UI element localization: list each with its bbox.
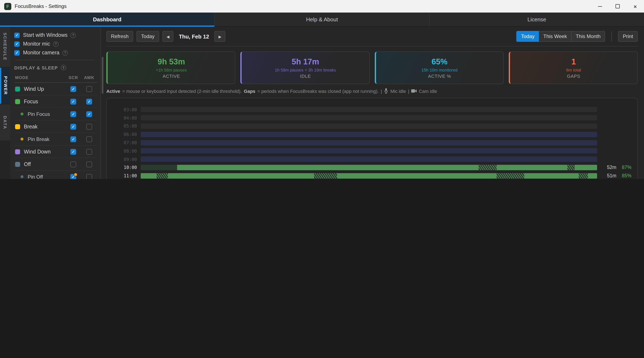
tab-license[interactable]: License xyxy=(429,12,644,26)
card-label: GAPS xyxy=(567,73,580,78)
info-line: Active = mouse or keyboard input detecte… xyxy=(106,88,638,94)
hour-label: 05:00 xyxy=(112,124,137,129)
card-value: 9h 53m xyxy=(158,57,185,66)
range-today-button[interactable]: Today xyxy=(516,31,539,42)
card-subtext: 1h 58m pauses + 3h 19m breaks xyxy=(275,68,336,72)
wind-up-scr-checkbox[interactable] xyxy=(70,86,76,92)
pin-off-awk-checkbox[interactable] xyxy=(86,174,92,179)
close-button[interactable] xyxy=(626,0,644,12)
mode-label: Pin Break xyxy=(28,136,65,142)
stat-cards: 9h 53m+1h 58m pausesACTIVE5h 17m1h 58m p… xyxy=(106,51,638,84)
hour-track xyxy=(141,140,597,145)
toggle-row-monitor-mic: Monitor mic xyxy=(14,41,100,47)
app-window: F FocusBreaks - Settings Dashboard Help … xyxy=(0,0,644,179)
wind-down-color-swatch xyxy=(15,149,20,154)
scr-cell xyxy=(65,174,81,179)
timeline-row-06-00: 06:00 xyxy=(112,130,632,139)
timeline-row-03-00: 03:00 xyxy=(112,105,632,114)
wind-up-awk-checkbox[interactable] xyxy=(86,86,92,92)
stat-card-active-: 65%15h 10m monitoredACTIVE % xyxy=(374,51,504,84)
focus-awk-checkbox[interactable] xyxy=(86,99,92,104)
segment-short-idle xyxy=(496,173,524,179)
timeline-row-09-00: 09:00 xyxy=(112,155,632,164)
card-value: 5h 17m xyxy=(292,57,319,66)
hour-label: 11:00 xyxy=(112,173,137,178)
minimize-button[interactable] xyxy=(591,0,609,12)
toggle-label: Monitor camera xyxy=(23,50,60,56)
tab-dashboard[interactable]: Dashboard xyxy=(0,12,214,26)
side-rail: SCHEDULEPOWERDATA xyxy=(0,27,10,179)
mode-row-focus: Focus xyxy=(14,95,97,108)
range-this-week-button[interactable]: This Week xyxy=(539,31,572,42)
timeline-row-08-00: 08:00 xyxy=(112,147,632,155)
chevron-right-icon xyxy=(218,33,222,39)
rail-tab-data[interactable]: DATA xyxy=(0,105,10,141)
active-percent-value: 85% xyxy=(616,173,632,178)
help-icon[interactable] xyxy=(62,50,68,55)
scr-cell xyxy=(65,161,81,167)
break-awk-checkbox[interactable] xyxy=(86,124,92,129)
timeline-row-05-00: 05:00 xyxy=(112,122,632,130)
scr-cell xyxy=(65,99,81,104)
focus-scr-checkbox[interactable] xyxy=(70,99,76,104)
info-active-def: = mouse or keyboard input detected (2-mi… xyxy=(122,88,242,93)
help-icon[interactable] xyxy=(61,65,66,70)
card-label: IDLE xyxy=(300,73,311,78)
stat-card-gaps: 16m totalGAPS xyxy=(509,51,638,84)
help-icon[interactable] xyxy=(70,32,76,38)
scr-cell xyxy=(65,149,81,155)
break-scr-checkbox[interactable] xyxy=(70,124,76,129)
mode-label: Break xyxy=(24,124,65,129)
info-separator: | xyxy=(381,88,382,93)
toggle-row-monitor-camera: Monitor camera xyxy=(14,50,100,56)
today-button[interactable]: Today xyxy=(136,31,159,42)
mode-row-pin-break: Pin Break xyxy=(14,133,97,146)
pin-focus-scr-checkbox[interactable] xyxy=(70,111,76,117)
timeline-row-11-00: 11:0051m85% xyxy=(112,172,632,179)
mode-table-header: MODE SCR AWK xyxy=(14,75,97,83)
scr-cell xyxy=(65,124,81,129)
active-minutes-value: 51m xyxy=(601,173,616,178)
wind-down-awk-checkbox[interactable] xyxy=(86,149,92,155)
prev-day-button[interactable] xyxy=(162,31,173,42)
range-this-month-button[interactable]: This Month xyxy=(572,31,605,42)
pin-break-scr-checkbox[interactable] xyxy=(70,136,76,142)
tab-help-about[interactable]: Help & About xyxy=(214,12,429,26)
refresh-button[interactable]: Refresh xyxy=(106,31,133,42)
title-bar: F FocusBreaks - Settings xyxy=(0,0,644,12)
sidebar-scrollbar-thumb[interactable] xyxy=(102,57,104,94)
window-title: FocusBreaks - Settings xyxy=(15,3,66,9)
date-label: Thu, Feb 12 xyxy=(179,33,209,39)
mode-row-wind-up: Wind Up xyxy=(14,83,97,95)
monitor-mic-checkbox[interactable] xyxy=(14,41,20,47)
close-icon xyxy=(633,2,637,10)
next-day-button[interactable] xyxy=(214,31,226,42)
monitor-camera-checkbox[interactable] xyxy=(14,50,20,55)
print-button[interactable]: Print xyxy=(618,31,638,42)
mic-idle-label: Mic idle xyxy=(390,88,406,93)
awk-cell xyxy=(81,124,97,129)
pin-off-scr-checkbox[interactable] xyxy=(70,174,76,179)
rail-tab-schedule[interactable]: SCHEDULE xyxy=(0,27,10,67)
header-awk: AWK xyxy=(81,75,97,80)
start-with-windows-checkbox[interactable] xyxy=(14,32,20,38)
mode-label: Off xyxy=(24,161,65,167)
hour-track xyxy=(141,107,597,112)
off-awk-checkbox[interactable] xyxy=(86,161,92,167)
pin-off-color-swatch xyxy=(20,175,24,178)
hour-label: 04:00 xyxy=(112,115,137,120)
dashboard-main: Refresh Today Thu, Feb 12 TodayThis Week… xyxy=(101,27,644,179)
segment-active xyxy=(141,173,156,179)
wind-down-scr-checkbox[interactable] xyxy=(70,149,76,155)
maximize-button[interactable] xyxy=(609,0,626,12)
hour-label: 07:00 xyxy=(112,140,137,145)
pin-break-awk-checkbox[interactable] xyxy=(86,136,92,142)
segment-active xyxy=(524,173,579,179)
focus-color-swatch xyxy=(15,99,20,104)
rail-tab-power[interactable]: POWER xyxy=(0,68,10,104)
top-tab-bar: Dashboard Help & About License xyxy=(0,12,644,27)
off-scr-checkbox[interactable] xyxy=(70,161,76,167)
awk-cell xyxy=(81,111,97,117)
pin-focus-awk-checkbox[interactable] xyxy=(86,111,92,117)
help-icon[interactable] xyxy=(53,41,58,47)
